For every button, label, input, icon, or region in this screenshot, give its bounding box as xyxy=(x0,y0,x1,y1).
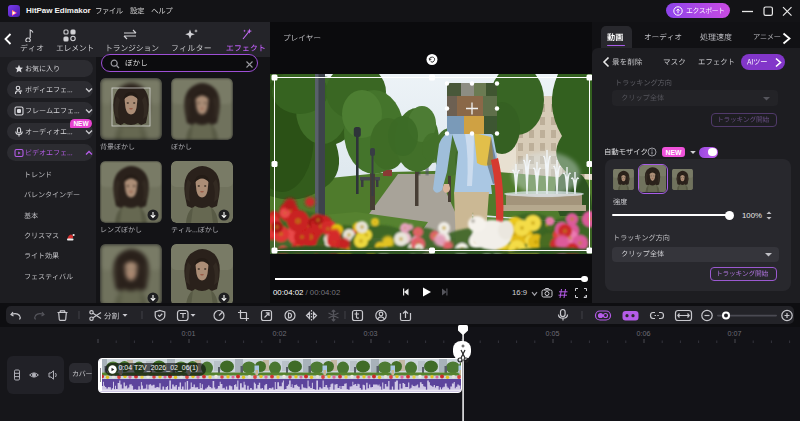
svg-text:0:06: 0:06 xyxy=(637,329,651,338)
svg-text:0:02: 0:02 xyxy=(273,329,287,338)
svg-text:0:05: 0:05 xyxy=(546,329,560,338)
svg-text:0:01: 0:01 xyxy=(182,329,196,338)
svg-text:0:07: 0:07 xyxy=(728,329,742,338)
svg-text:0:03: 0:03 xyxy=(364,329,378,338)
